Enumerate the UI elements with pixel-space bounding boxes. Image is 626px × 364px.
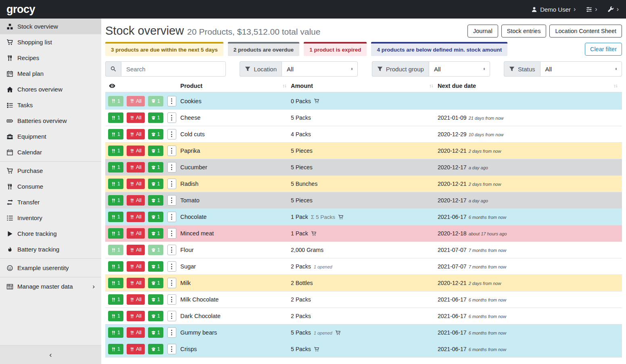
journal-button[interactable]: Journal (467, 25, 498, 37)
sidebar-item-chore-tracking[interactable]: Chore tracking (0, 226, 101, 241)
column-header-amount[interactable]: Amount (291, 83, 438, 89)
open-one-button[interactable]: 1 (148, 294, 163, 305)
consume-one-button[interactable]: 1 (108, 261, 123, 272)
row-menu-button[interactable] (167, 327, 176, 338)
location-content-sheet-button[interactable]: Location Content Sheet (549, 25, 622, 37)
consume-all-button[interactable]: All (127, 162, 145, 173)
settings-menu[interactable]: › (586, 6, 597, 12)
open-one-button[interactable]: 1 (148, 245, 163, 255)
open-one-button[interactable]: 1 (148, 146, 163, 156)
row-menu-button[interactable] (167, 179, 176, 189)
consume-one-button[interactable]: 1 (108, 212, 123, 222)
open-one-button[interactable]: 1 (148, 179, 163, 189)
consume-one-button[interactable]: 1 (108, 195, 123, 206)
location-select[interactable]: All (282, 61, 358, 77)
open-one-button[interactable]: 1 (148, 228, 163, 239)
eye-icon[interactable] (109, 83, 116, 89)
row-menu-button[interactable] (167, 311, 176, 321)
consume-one-button[interactable]: 1 (108, 311, 123, 321)
open-one-button[interactable]: 1 (148, 261, 163, 272)
consume-one-button[interactable]: 1 (108, 179, 123, 189)
row-menu-button[interactable] (167, 261, 176, 272)
open-one-button[interactable]: 1 (148, 278, 163, 288)
consume-one-button[interactable]: 1 (108, 112, 123, 123)
consume-all-button[interactable]: All (127, 146, 145, 156)
consume-one-button[interactable]: 1 (108, 146, 123, 156)
row-menu-button[interactable] (167, 245, 176, 255)
consume-all-button[interactable]: All (127, 311, 145, 321)
consume-one-button[interactable]: 1 (108, 162, 123, 173)
row-menu-button[interactable] (167, 195, 176, 206)
open-one-button[interactable]: 1 (148, 162, 163, 173)
user-menu[interactable]: Demo User › (531, 6, 576, 13)
banner-overdue[interactable]: 2 products are overdue (228, 42, 299, 56)
consume-all-button[interactable]: All (127, 112, 145, 123)
clear-filter-button[interactable]: Clear filter (585, 43, 622, 56)
open-one-button[interactable]: 1 (148, 311, 163, 321)
status-select[interactable]: All (540, 61, 622, 77)
consume-one-button[interactable]: 1 (108, 278, 123, 288)
consume-all-button[interactable]: All (127, 96, 145, 106)
product-group-select[interactable]: All (429, 61, 490, 77)
consume-one-button[interactable]: 1 (108, 96, 123, 106)
consume-all-button[interactable]: All (127, 212, 145, 222)
open-one-button[interactable]: 1 (148, 344, 163, 354)
sidebar-item-equipment[interactable]: Equipment (0, 129, 101, 144)
row-menu-button[interactable] (167, 344, 176, 354)
stock-entries-button[interactable]: Stock entries (501, 25, 547, 37)
consume-all-button[interactable]: All (127, 261, 145, 272)
sidebar-item-batteries-overview[interactable]: Batteries overview (0, 113, 101, 129)
column-header-product[interactable]: Product (180, 83, 291, 89)
sidebar-collapse-button[interactable]: ‹ (0, 345, 101, 364)
consume-all-button[interactable]: All (127, 294, 145, 305)
consume-one-button[interactable]: 1 (108, 228, 123, 239)
consume-one-button[interactable]: 1 (108, 129, 123, 139)
consume-one-button[interactable]: 1 (108, 327, 123, 338)
row-menu-button[interactable] (167, 162, 176, 173)
consume-all-button[interactable]: All (127, 228, 145, 239)
sidebar-item-tasks[interactable]: Tasks (0, 97, 101, 113)
sidebar-item-shopping-list[interactable]: Shopping list (0, 34, 101, 50)
sidebar-item-consume[interactable]: Consume (0, 179, 101, 194)
sidebar-item-purchase[interactable]: Purchase (0, 163, 101, 179)
consume-one-button[interactable]: 1 (108, 294, 123, 305)
admin-menu[interactable]: › (608, 6, 619, 12)
row-menu-button[interactable] (167, 129, 176, 139)
sidebar-item-example-userentity[interactable]: Example userentity (0, 260, 101, 276)
row-menu-button[interactable] (167, 96, 176, 106)
sidebar-item-inventory[interactable]: Inventory (0, 210, 101, 226)
sidebar-item-battery-tracking[interactable]: Battery tracking (0, 241, 101, 257)
row-menu-button[interactable] (167, 146, 176, 156)
banner-expired[interactable]: 1 product is expired (304, 42, 367, 56)
row-menu-button[interactable] (167, 212, 176, 222)
search-input[interactable] (121, 61, 226, 77)
app-logo[interactable]: grocy (6, 3, 35, 16)
sidebar-item-chores-overview[interactable]: Chores overview (0, 81, 101, 97)
row-menu-button[interactable] (167, 228, 176, 239)
consume-all-button[interactable]: All (127, 245, 145, 255)
banner-due-soon[interactable]: 3 products are due within the next 5 day… (105, 42, 223, 56)
open-one-button[interactable]: 1 (148, 112, 163, 123)
open-one-button[interactable]: 1 (148, 212, 163, 222)
consume-all-button[interactable]: All (127, 129, 145, 139)
sidebar-item-meal-plan[interactable]: Meal plan (0, 66, 101, 81)
sidebar-item-manage-master-data[interactable]: Manage master data › (0, 279, 101, 294)
row-menu-button[interactable] (167, 294, 176, 305)
sidebar-item-recipes[interactable]: Recipes (0, 50, 101, 66)
open-one-button[interactable]: 1 (148, 129, 163, 139)
sidebar-item-stock-overview[interactable]: Stock overview (0, 19, 101, 34)
column-header-next-due-date[interactable]: Next due date (438, 83, 622, 89)
consume-all-button[interactable]: All (127, 278, 145, 288)
sidebar-item-calendar[interactable]: Calendar (0, 144, 101, 160)
consume-one-button[interactable]: 1 (108, 344, 123, 354)
consume-all-button[interactable]: All (127, 195, 145, 206)
consume-all-button[interactable]: All (127, 179, 145, 189)
row-menu-button[interactable] (167, 278, 176, 288)
open-one-button[interactable]: 1 (148, 96, 163, 106)
sidebar-item-transfer[interactable]: Transfer (0, 194, 101, 210)
open-one-button[interactable]: 1 (148, 195, 163, 206)
consume-all-button[interactable]: All (127, 344, 145, 354)
banner-below-min-stock[interactable]: 4 products are below defined min. stock … (371, 42, 507, 56)
consume-all-button[interactable]: All (127, 327, 145, 338)
consume-one-button[interactable]: 1 (108, 245, 123, 255)
